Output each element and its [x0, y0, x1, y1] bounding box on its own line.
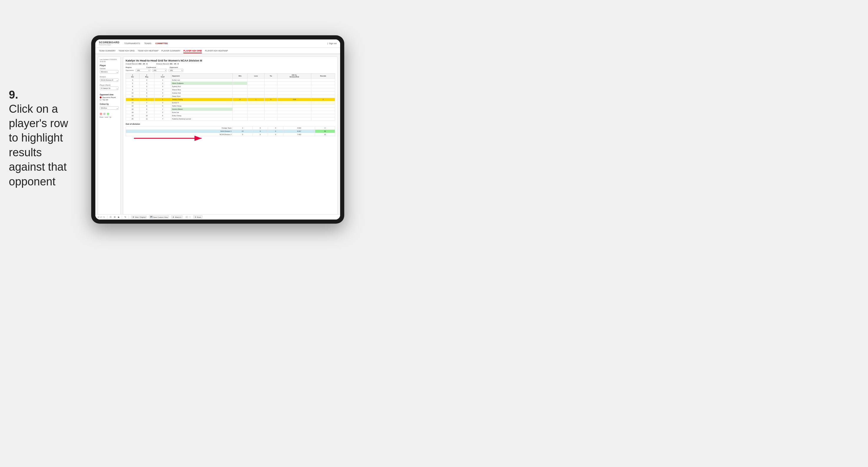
- refresh-icon[interactable]: ↻: [124, 216, 126, 218]
- table-row-highlighted[interactable]: 13 1 1 Jessica Huang 0 1 0 -3.00 2: [126, 98, 335, 101]
- cell-win: [233, 92, 247, 95]
- legend-up: Up: [110, 116, 111, 118]
- tab-team-h2h-grid[interactable]: TEAM H2H GRID: [119, 49, 135, 53]
- watch-button[interactable]: 👁 Watch ▾: [171, 215, 182, 219]
- cell-loss: [247, 101, 265, 104]
- cell-conf: 7: [154, 117, 171, 121]
- filter-conf-select[interactable]: (All): [152, 69, 167, 72]
- radio-opponents-played-dot[interactable]: [100, 96, 101, 98]
- view-icon: 👁: [132, 216, 134, 218]
- tab-team-h2h-heatmap[interactable]: TEAM H2H HEATMAP: [138, 49, 159, 53]
- share-button[interactable]: ⬆ Share: [193, 215, 203, 219]
- opponent-view-title: Opponent view: [100, 94, 119, 96]
- cell-tie: 0: [265, 98, 277, 101]
- tab-team-summary[interactable]: TEAM SUMMARY: [99, 49, 116, 53]
- forward-icon[interactable]: ↩: [103, 216, 105, 218]
- table-row[interactable]: 6 3 3 Sydney Kuo: [126, 85, 335, 88]
- nav-committee[interactable]: COMMITTEE: [155, 42, 168, 45]
- cell-win: 1: [232, 127, 252, 130]
- radio-opponents-played[interactable]: Opponents Played: [100, 96, 119, 98]
- filter-conf-wrap[interactable]: (All): [152, 69, 167, 72]
- more-icon[interactable]: ⬚: [189, 216, 191, 218]
- cell-reg: 2: [139, 111, 154, 114]
- legend-down: Down: [100, 116, 103, 118]
- table-row[interactable]: 15 8 5 Stella Cheng: [126, 104, 335, 108]
- filter-opponents-label: Opponents:: [126, 69, 134, 71]
- tab-player-summary[interactable]: PLAYER SUMMARY: [161, 49, 181, 53]
- cell-loss: [247, 82, 265, 85]
- table-row[interactable]: 19 10 6 Emily Chang: [126, 114, 335, 117]
- cell-conf: 4: [154, 88, 171, 92]
- filter-region-select[interactable]: (All): [136, 69, 150, 72]
- cell-win: 0: [233, 98, 247, 101]
- sidebar-gender-select[interactable]: Women's: [100, 70, 119, 73]
- sidebar-player-rank-select[interactable]: 8. Katelyn Vo: [100, 87, 119, 90]
- save-custom-view-button[interactable]: 💾 Save Custom View: [149, 215, 169, 219]
- cell-diff: [277, 92, 311, 95]
- records-row: Overall Record: 353 - 34 - 6 Division Re…: [126, 63, 335, 65]
- table-row[interactable]: 9 1 4 Sharon Mun: [126, 88, 335, 92]
- cell-diff: [277, 85, 311, 88]
- cell-name: NCAA Division 2: [126, 133, 233, 136]
- cell-loss: 0: [252, 127, 268, 130]
- tab-player-h2h-heatmap[interactable]: PLAYER H2H HEATMAP: [205, 49, 228, 53]
- table-row[interactable]: NCAA Division 2 5 0 0 7.400 10: [126, 133, 335, 136]
- sidebar-player-title: Player: [100, 64, 119, 66]
- colour-dot-level: [103, 113, 105, 115]
- overall-record: Overall Record: 353 - 34 - 6: [126, 63, 147, 65]
- sign-out-separator: |: [327, 42, 328, 44]
- cell-opponent: Heeju Hyun: [171, 95, 233, 98]
- table-row[interactable]: NAIA Division 1 15 0 0 9.267 30: [126, 130, 335, 133]
- cell-div: 15: [126, 104, 140, 108]
- cell-conf: 3: [154, 92, 171, 95]
- nav-tournaments[interactable]: TOURNAMENTS: [124, 42, 140, 45]
- table-row[interactable]: 20 11 7 Federica Domecq Lacroze: [126, 117, 335, 121]
- redo-icon[interactable]: ↩: [100, 216, 102, 218]
- crop-icon[interactable]: ⊡: [110, 216, 112, 218]
- th-div: #Div: [126, 73, 140, 79]
- cell-opponent: Andrea York: [171, 92, 233, 95]
- nav-teams[interactable]: TEAMS: [144, 42, 151, 45]
- cell-tie: 0: [268, 130, 283, 133]
- cell-tie: [265, 101, 277, 104]
- table-row[interactable]: 3 2 1 Esther Lee: [126, 79, 335, 82]
- table-row[interactable]: 11 3 2 Heeju Hyun: [126, 95, 335, 98]
- filter-section: Region Conference Opponent Opponents: (A…: [126, 66, 335, 72]
- sidebar-division-select[interactable]: NCAA Division III: [100, 78, 119, 82]
- table-row[interactable]: Foreign Team 1 0 0 4.500 2: [126, 127, 335, 130]
- cell-rounds: [311, 79, 335, 82]
- cell-div: 3: [126, 79, 140, 82]
- save-custom-view-label: Save Custom View: [153, 216, 168, 218]
- toolbar-sep-1: [107, 216, 107, 219]
- cell-tie: [265, 104, 277, 108]
- screen-icon[interactable]: ⬜: [185, 216, 188, 218]
- logo-text: SCOREBOARD: [99, 41, 120, 44]
- filter-opponent-select[interactable]: (All): [168, 69, 183, 72]
- radio-top100-dot[interactable]: [100, 99, 101, 101]
- sign-out-button[interactable]: Sign out: [329, 42, 337, 45]
- colour-by-select[interactable]: Win/loss: [100, 106, 119, 110]
- colour-by-wrap[interactable]: Win/loss: [100, 106, 119, 111]
- grid-icon[interactable]: ⊞: [114, 216, 116, 218]
- table-row[interactable]: 18 2 2 Euna Lee: [126, 111, 335, 114]
- table-row[interactable]: 5 2 2 Alexis Sudjianto: [126, 82, 335, 85]
- cell-opponent: Federica Domecq Lacroze: [171, 117, 233, 121]
- table-row[interactable]: 16 9 1 Jessica Mason: [126, 108, 335, 111]
- table-row[interactable]: 14 7 4 Eunice Yi: [126, 101, 335, 104]
- cell-opponent: Eunice Yi: [171, 101, 233, 104]
- play-icon[interactable]: ▶: [118, 216, 120, 218]
- radio-top100[interactable]: Top 100: [100, 99, 119, 101]
- view-original-button[interactable]: 👁 View: Original: [131, 216, 147, 219]
- sidebar-gender-wrap[interactable]: Women's: [100, 70, 119, 75]
- sidebar-division-wrap[interactable]: NCAA Division III: [100, 78, 119, 83]
- undo-icon[interactable]: ↩: [98, 216, 99, 218]
- filter-opponent-wrap[interactable]: (All): [168, 69, 183, 72]
- cell-diff: [277, 114, 311, 117]
- tab-player-h2h-grid[interactable]: PLAYER H2H GRID: [183, 49, 202, 53]
- cell-opponent: Sharon Mun: [171, 88, 233, 92]
- filter-region-wrap[interactable]: (All): [136, 69, 150, 72]
- sidebar-player-rank-wrap[interactable]: 8. Katelyn Vo: [100, 87, 119, 91]
- table-row[interactable]: 10 6 3 Andrea York: [126, 92, 335, 95]
- cell-div: 10: [126, 92, 140, 95]
- cell-opponent: Emily Chang: [171, 114, 233, 117]
